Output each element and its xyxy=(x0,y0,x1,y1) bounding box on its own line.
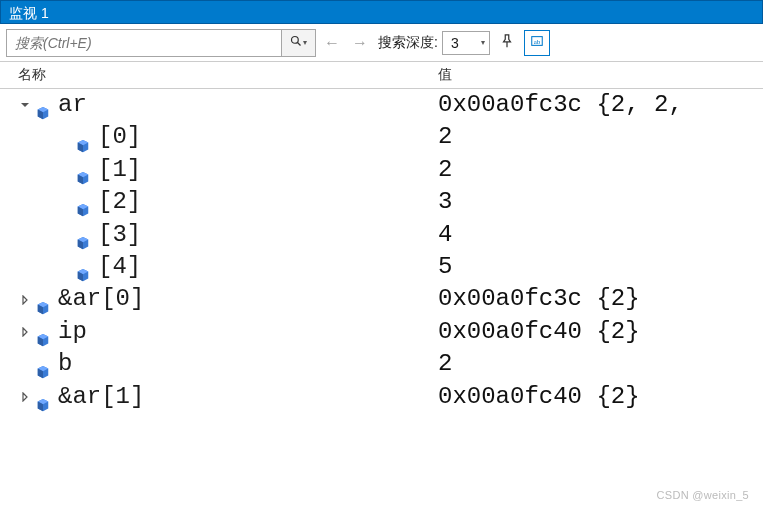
variable-icon xyxy=(36,98,50,112)
watch-row[interactable]: ar0x00a0fc3c {2, 2, xyxy=(0,89,763,121)
expander-none xyxy=(54,127,76,149)
search-depth-value: 3 xyxy=(451,35,475,51)
variable-icon xyxy=(36,293,50,307)
search-depth-label: 搜索深度: xyxy=(378,34,438,52)
svg-line-1 xyxy=(298,43,301,46)
search-button[interactable]: ▾ xyxy=(281,30,315,56)
variable-name: [2] xyxy=(98,186,141,218)
watch-row[interactable]: [1]2 xyxy=(0,154,763,186)
arrow-right-icon: → xyxy=(352,34,368,52)
variable-icon xyxy=(76,163,90,177)
arrow-left-icon: ← xyxy=(324,34,340,52)
watch-row[interactable]: &ar[0]0x00a0fc3c {2} xyxy=(0,283,763,315)
variable-name: ar xyxy=(58,89,87,121)
expander-none xyxy=(54,159,76,181)
variable-name: &ar[0] xyxy=(58,283,144,315)
display-format-button[interactable]: ab xyxy=(524,30,550,56)
dropdown-icon: ▾ xyxy=(303,38,307,47)
svg-point-0 xyxy=(292,37,299,44)
variable-name: &ar[1] xyxy=(58,381,144,413)
expander-closed-icon[interactable] xyxy=(14,289,36,311)
name-cell: ip xyxy=(0,316,428,348)
pin-button[interactable] xyxy=(494,30,520,56)
name-cell: [1] xyxy=(0,154,428,186)
watch-row[interactable]: [4]5 xyxy=(0,251,763,283)
variable-value: 0x00a0fc40 {2} xyxy=(428,316,763,348)
search-box[interactable]: ▾ xyxy=(6,29,316,57)
variable-value: 4 xyxy=(428,219,763,251)
name-cell: [4] xyxy=(0,251,428,283)
expander-closed-icon[interactable] xyxy=(14,386,36,408)
nav-forward-button[interactable]: → xyxy=(348,31,372,55)
expander-open-icon[interactable] xyxy=(14,94,36,116)
variable-value: 2 xyxy=(428,348,763,380)
search-icon xyxy=(290,35,302,50)
expander-none xyxy=(54,256,76,278)
variable-value: 5 xyxy=(428,251,763,283)
chevron-down-icon: ▾ xyxy=(481,38,485,47)
variable-icon xyxy=(76,131,90,145)
toolbar: ▾ ← → 搜索深度: 3 ▾ ab xyxy=(0,24,763,62)
column-header-name[interactable]: 名称 xyxy=(0,66,428,84)
watch-row[interactable]: [2]3 xyxy=(0,186,763,218)
name-cell: [3] xyxy=(0,219,428,251)
name-cell: [0] xyxy=(0,121,428,153)
svg-text:ab: ab xyxy=(534,38,541,46)
variable-name: [1] xyxy=(98,154,141,186)
variable-icon xyxy=(36,357,50,371)
variable-name: [4] xyxy=(98,251,141,283)
variable-value: 2 xyxy=(428,121,763,153)
name-cell: ar xyxy=(0,89,428,121)
watch-row[interactable]: b2 xyxy=(0,348,763,380)
variable-value: 0x00a0fc3c {2, 2, xyxy=(428,89,763,121)
column-header-value[interactable]: 值 xyxy=(428,66,763,84)
variable-icon xyxy=(76,195,90,209)
variable-name: b xyxy=(58,348,72,380)
variable-name: [0] xyxy=(98,121,141,153)
expander-none xyxy=(54,224,76,246)
variable-value: 0x00a0fc40 {2} xyxy=(428,381,763,413)
watch-row[interactable]: ip0x00a0fc40 {2} xyxy=(0,316,763,348)
display-format-icon: ab xyxy=(530,34,544,51)
expander-none xyxy=(54,191,76,213)
nav-back-button[interactable]: ← xyxy=(320,31,344,55)
column-headers: 名称 值 xyxy=(0,62,763,89)
watch-rows: ar0x00a0fc3c {2, 2,[0]2[1]2[2]3[3]4[4]5&… xyxy=(0,89,763,413)
variable-value: 2 xyxy=(428,154,763,186)
variable-icon xyxy=(76,228,90,242)
expander-none xyxy=(14,353,36,375)
name-cell: &ar[1] xyxy=(0,381,428,413)
pin-icon xyxy=(500,34,514,51)
name-cell: b xyxy=(0,348,428,380)
variable-icon xyxy=(36,390,50,404)
window-title: 监视 1 xyxy=(0,0,763,24)
watch-row[interactable]: [0]2 xyxy=(0,121,763,153)
watch-row[interactable]: &ar[1]0x00a0fc40 {2} xyxy=(0,381,763,413)
name-cell: &ar[0] xyxy=(0,283,428,315)
expander-closed-icon[interactable] xyxy=(14,321,36,343)
window-title-text: 监视 1 xyxy=(9,5,49,21)
variable-value: 0x00a0fc3c {2} xyxy=(428,283,763,315)
watermark: CSDN @weixin_5 xyxy=(657,489,749,501)
search-input[interactable] xyxy=(7,35,281,51)
variable-value: 3 xyxy=(428,186,763,218)
search-depth-combo[interactable]: 3 ▾ xyxy=(442,31,490,55)
variable-icon xyxy=(36,325,50,339)
variable-name: ip xyxy=(58,316,87,348)
variable-name: [3] xyxy=(98,219,141,251)
variable-icon xyxy=(76,260,90,274)
name-cell: [2] xyxy=(0,186,428,218)
watch-row[interactable]: [3]4 xyxy=(0,219,763,251)
